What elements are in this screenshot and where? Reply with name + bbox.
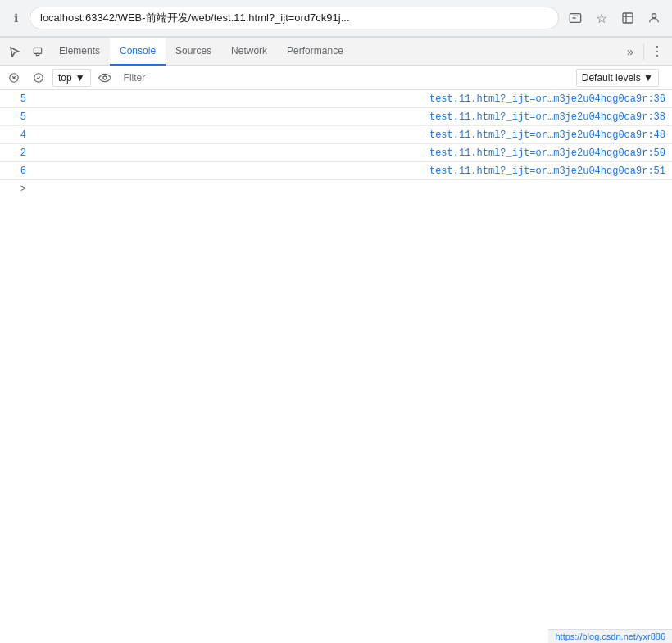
tab-console[interactable]: Console <box>110 38 166 66</box>
more-tabs-button[interactable]: » <box>619 40 642 63</box>
settings-icon[interactable]: ⋮ <box>646 40 669 63</box>
console-count: 5 <box>0 93 33 105</box>
cursor-icon[interactable] <box>3 40 26 63</box>
chevron-down-icon: ▼ <box>75 72 85 84</box>
context-selector[interactable]: top ▼ <box>52 69 91 87</box>
svg-point-1 <box>652 14 656 18</box>
bookmark-icon[interactable]: ☆ <box>592 8 611 28</box>
console-prompt-row: > <box>0 180 672 198</box>
translate-icon[interactable] <box>565 8 585 28</box>
console-message-link[interactable]: test.11.html?_ijt=or…m3je2u04hqg0ca9r:51 <box>33 165 672 177</box>
svg-rect-3 <box>36 53 39 55</box>
tab-network[interactable]: Network <box>221 38 277 66</box>
eye-icon[interactable] <box>94 67 116 88</box>
console-output: 5test.11.html?_ijt=or…m3je2u04hqg0ca9r:3… <box>0 90 672 639</box>
console-count: 5 <box>0 111 33 123</box>
devtools-panel: Elements Console Sources Network Perform… <box>0 37 672 639</box>
address-input[interactable] <box>30 7 559 29</box>
info-icon[interactable]: ℹ <box>8 11 23 25</box>
preserve-log-button[interactable] <box>28 67 49 88</box>
profile-icon[interactable] <box>644 8 664 28</box>
console-count: 2 <box>0 147 33 159</box>
console-message-link[interactable]: test.11.html?_ijt=or…m3je2u04hqg0ca9r:48 <box>33 129 672 141</box>
prompt-arrow: > <box>0 183 33 195</box>
table-row: 2test.11.html?_ijt=or…m3je2u04hqg0ca9r:5… <box>0 144 672 162</box>
log-levels-selector[interactable]: Default levels ▼ <box>576 69 659 87</box>
console-message-link[interactable]: test.11.html?_ijt=or…m3je2u04hqg0ca9r:38 <box>33 111 672 123</box>
status-bar: https://blog.csdn.net/yxr886 <box>548 629 672 643</box>
devtools-tab-bar: Elements Console Sources Network Perform… <box>0 38 672 66</box>
address-bar: ℹ ☆ <box>0 0 672 36</box>
svg-point-6 <box>103 76 107 79</box>
table-row: 5test.11.html?_ijt=or…m3je2u04hqg0ca9r:3… <box>0 90 672 108</box>
console-toolbar: top ▼ Default levels ▼ <box>0 66 672 90</box>
table-row: 6test.11.html?_ijt=or…m3je2u04hqg0ca9r:5… <box>0 162 672 180</box>
console-rows: 5test.11.html?_ijt=or…m3je2u04hqg0ca9r:3… <box>0 90 672 180</box>
filter-input[interactable] <box>119 69 573 87</box>
console-message-link[interactable]: test.11.html?_ijt=or…m3je2u04hqg0ca9r:50 <box>33 147 672 159</box>
table-row: 5test.11.html?_ijt=or…m3je2u04hqg0ca9r:3… <box>0 108 672 126</box>
divider <box>643 43 644 60</box>
tab-elements[interactable]: Elements <box>49 38 110 66</box>
device-toggle-icon[interactable] <box>26 40 49 63</box>
browser-chrome: ℹ ☆ <box>0 0 672 37</box>
console-count: 4 <box>0 129 33 141</box>
browser-actions: ☆ <box>565 8 664 28</box>
tab-performance[interactable]: Performance <box>277 38 353 66</box>
tab-sources[interactable]: Sources <box>166 38 221 66</box>
table-row: 4test.11.html?_ijt=or…m3je2u04hqg0ca9r:4… <box>0 126 672 144</box>
svg-rect-2 <box>34 48 41 53</box>
clear-console-button[interactable] <box>3 67 25 88</box>
console-message-link[interactable]: test.11.html?_ijt=or…m3je2u04hqg0ca9r:36 <box>33 93 672 105</box>
status-url: https://blog.csdn.net/yxr886 <box>555 632 665 641</box>
console-count: 6 <box>0 165 33 177</box>
extensions-icon[interactable] <box>618 8 638 28</box>
